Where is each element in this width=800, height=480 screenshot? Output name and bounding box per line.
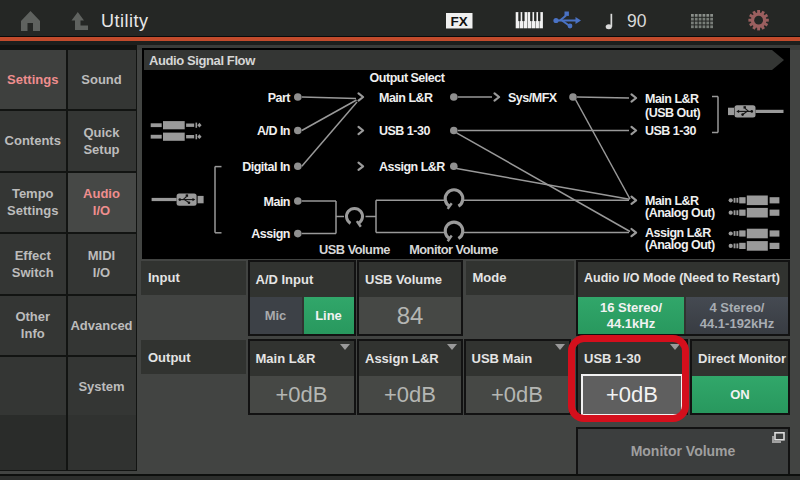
svg-text:Part: Part <box>268 91 292 105</box>
svg-text:Main L&R: Main L&R <box>645 92 699 106</box>
svg-text:Monitor Volume: Monitor Volume <box>409 242 498 257</box>
svg-text:Assign: Assign <box>251 227 290 241</box>
svg-text:USB Volume: USB Volume <box>319 242 390 257</box>
svg-text:Assign L&R: Assign L&R <box>379 160 445 174</box>
svg-text:FX: FX <box>451 14 468 29</box>
svg-text:Digital In: Digital In <box>242 160 290 174</box>
svg-text:Output Select: Output Select <box>370 71 446 85</box>
svg-text:USB 1-30: USB 1-30 <box>379 124 430 138</box>
svg-text:Main: Main <box>264 195 290 209</box>
svg-text:Sys/MFX: Sys/MFX <box>508 91 558 105</box>
svg-text:(Analog Out): (Analog Out) <box>645 206 715 220</box>
svg-text:Audio Signal Flow: Audio Signal Flow <box>149 53 256 68</box>
svg-text:Main L&R: Main L&R <box>379 91 433 105</box>
svg-text:A/D In: A/D In <box>257 124 290 138</box>
svg-text:(USB Out): (USB Out) <box>645 106 701 120</box>
svg-text:USB 1-30: USB 1-30 <box>645 124 696 138</box>
svg-text:(Analog Out): (Analog Out) <box>645 238 715 252</box>
svg-text:90: 90 <box>627 11 647 31</box>
